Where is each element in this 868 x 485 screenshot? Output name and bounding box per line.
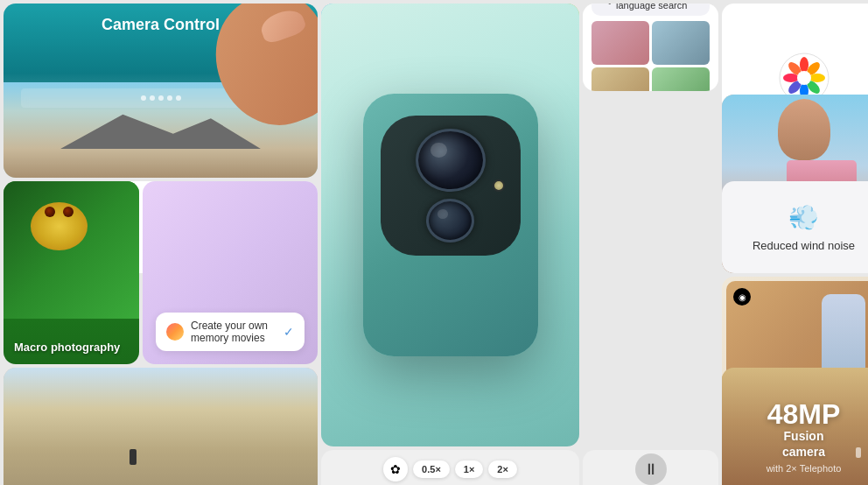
mp-text-block: 48MP Fusion camera with 2× Telephoto [763,400,845,474]
flash-dot [493,179,505,192]
dot-2 [150,95,155,101]
photo-thumb-4 [652,67,710,92]
svg-point-1 [800,57,808,73]
lens-buttons: ✿ 0.5× 1× 2× [383,457,517,481]
reduced-noise-tile: 💨 Reduced wind noise [722,181,868,273]
memory-search-bar[interactable]: Create your own memory movies ✓ [156,313,304,351]
dot-4 [167,95,172,101]
photo-thumb-2 [652,21,710,65]
pause-tile: ⏸ Pause video recording [583,450,718,485]
camera-control-tile: Camera Control [4,4,318,178]
lens-secondary [426,199,474,242]
ultrawide-background [4,368,318,485]
search-bar[interactable]: 🔍 Natural language search ✕ [592,4,710,16]
mp-with-label: with 2× Telephoto [763,463,845,474]
mp-subtitle: Fusion camera [763,428,845,460]
camera-module [381,116,521,256]
svg-point-7 [783,74,799,82]
macro-tile: Macro photography [4,181,139,364]
person-head [778,99,830,160]
48mp-tile: 48MP Fusion camera with 2× Telephoto [722,368,868,485]
dot-3 [158,95,164,101]
clear-icon[interactable]: ✕ [694,4,701,4]
ultrawide-tile: New Ultra Wide with autofocus [4,368,318,485]
mp-person [856,447,861,458]
mp-number: 48MP [763,400,845,428]
svg-point-3 [809,74,825,82]
lens-1-button[interactable]: 1× [455,460,484,478]
ultrawide-person [130,449,136,465]
camera-body [363,94,538,356]
vision-pro-icon: ◉ [733,288,751,306]
macro-label: Macro photography [14,341,120,354]
lens-main [416,129,486,192]
lens-05-button[interactable]: 0.5× [413,460,450,478]
main-camera-tile [321,4,579,446]
search-text: Natural language search [616,4,689,11]
dot-5 [176,95,181,101]
pause-button[interactable]: ⏸ [635,453,667,485]
lens-2-button[interactable]: 2× [488,460,517,478]
memory-text: Create your own memory movies [191,320,276,344]
memory-tile: Create your own memory movies ✓ [143,181,318,364]
macro-background [4,181,139,319]
flower-icon: ✿ [383,457,408,481]
natural-language-tile: 🔍 Natural language search ✕ [583,4,718,91]
wind-icon: 💨 [788,203,819,232]
svg-point-9 [797,71,811,85]
reduced-label: Reduced wind noise [752,239,855,252]
photo-thumb-1 [592,21,649,65]
pause-icon: ⏸ [643,460,659,479]
search-icon: 🔍 [600,4,611,4]
camera-bar-dots [141,95,181,101]
photo-thumbnails [592,21,710,92]
memory-check-icon: ✓ [284,325,294,339]
dot-1 [141,95,146,101]
four-lenses-tile: ✿ 0.5× 1× 2× Four lenses in your pocket [321,450,579,485]
frog-eye-left [45,207,55,217]
frog-body [31,202,88,250]
memory-icon [166,323,184,341]
main-grid: Camera Control Clean Up 🔍 Natural lang [0,0,868,485]
frog-eye-right [63,207,74,217]
photo-thumb-3 [592,67,649,92]
